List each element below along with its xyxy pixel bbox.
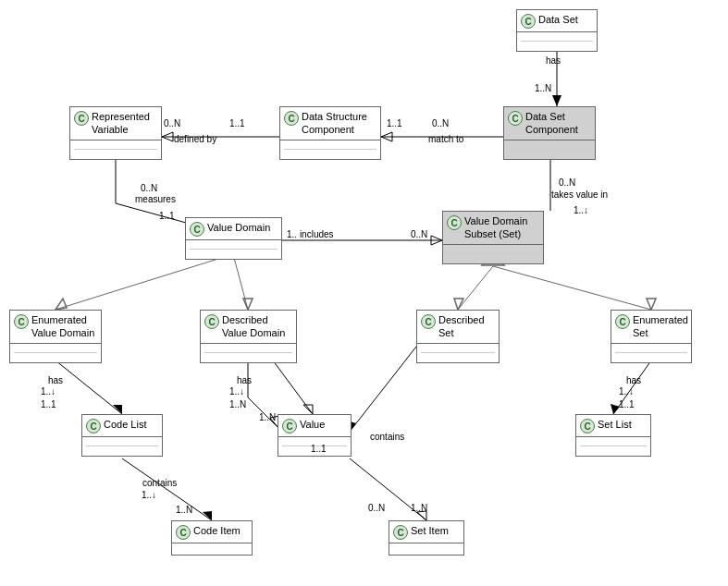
label-1n-setitem: 1..N [411, 503, 427, 513]
setlist-header: C Set List [576, 415, 650, 437]
label-1down-takesvalue: 1..↓ [574, 205, 588, 215]
label-0n-includes: 0..N [411, 229, 427, 239]
describedset-label: DescribedSet [438, 313, 485, 340]
svg-marker-6 [381, 132, 392, 141]
describedvaluedomain-circle: C [204, 314, 219, 329]
dataset-circle: C [521, 14, 536, 29]
label-contains-code: contains [142, 478, 177, 488]
codeitem-label: Code Item [193, 524, 241, 537]
setlist-label: Set List [598, 418, 632, 431]
codelist-header: C Code List [82, 415, 162, 437]
codeitem-body [172, 543, 252, 555]
svg-line-14 [233, 254, 248, 310]
enumeratedvaluedomain-circle: C [14, 314, 29, 329]
svg-line-18 [493, 266, 651, 310]
svg-marker-21 [113, 405, 122, 414]
describedset-header: C DescribedSet [417, 311, 499, 344]
valuedomainsubset-circle: C [447, 215, 462, 230]
enumeratedset-body [611, 344, 691, 362]
valuedomainsubset-box[interactable]: C Value DomainSubset (Set) [442, 211, 544, 264]
label-has-evd: has [48, 375, 63, 385]
describedvaluedomain-body [201, 344, 296, 362]
representedvariable-box[interactable]: C RepresentedVariable [69, 106, 162, 160]
enumeratedvaluedomain-label: EnumeratedValue Domain [31, 313, 94, 340]
codelist-label: Code List [104, 418, 146, 431]
enumeratedvaluedomain-header: C EnumeratedValue Domain [10, 311, 101, 344]
enumeratedset-box[interactable]: C EnumeratedSet [611, 310, 692, 363]
codeitem-box[interactable]: C Code Item [171, 520, 253, 555]
svg-marker-15 [243, 299, 253, 310]
representedvariable-header: C RepresentedVariable [70, 107, 161, 140]
label-11-repvar: 1..1 [229, 118, 245, 128]
label-11-value: 1..1 [311, 444, 327, 454]
valuedomainsubset-body [443, 245, 543, 263]
label-0n-dsc: 0..N [432, 118, 449, 128]
datasetcomponent-label: Data SetComponent [525, 110, 578, 137]
valuedomain-header: C Value Domain [186, 218, 281, 240]
svg-marker-1 [552, 95, 561, 106]
svg-marker-11 [431, 236, 442, 245]
describedvaluedomain-box[interactable]: C DescribedValue Domain [200, 310, 297, 363]
label-11-codeitem: 1..↓ [142, 490, 156, 500]
label-has-dataset: has [546, 55, 561, 66]
dataset-header: C Data Set [517, 10, 597, 32]
svg-line-12 [56, 254, 233, 310]
codelist-body [82, 437, 162, 456]
datasetcomponent-box[interactable]: C Data SetComponent [503, 106, 596, 160]
enumeratedset-circle: C [615, 314, 630, 329]
describedset-body [417, 344, 499, 362]
dataset-body [517, 32, 597, 51]
label-0n-setitem: 0..N [368, 503, 385, 513]
label-1n-dvd-bot: 1..N [229, 399, 246, 409]
describedset-circle: C [421, 314, 436, 329]
label-11-measures: 1..1 [159, 211, 175, 221]
representedvariable-body [70, 140, 161, 159]
label-11-evd: 1..↓ [41, 386, 56, 397]
dataset-box[interactable]: C Data Set [516, 9, 598, 52]
label-1n-dvd-right: 1..N [259, 412, 276, 422]
label-0n-takesvalue: 0..N [559, 177, 575, 188]
setitem-box[interactable]: C Set Item [389, 520, 464, 555]
datastructurecomponent-header: C Data StructureComponent [280, 107, 380, 140]
label-1n-evd-bot: 1..1 [41, 399, 56, 409]
valuedomain-box[interactable]: C Value Domain [185, 217, 282, 260]
label-matchto: match to [428, 134, 463, 144]
label-includes: 1.. includes [287, 229, 334, 239]
label-11-dsc: 1..1 [387, 118, 402, 128]
label-has-es: has [626, 375, 641, 385]
valuedomainsubset-label: Value DomainSubset (Set) [464, 214, 527, 241]
setitem-label: Set Item [411, 524, 449, 537]
svg-line-27 [350, 347, 416, 432]
svg-marker-3 [162, 132, 173, 141]
setitem-circle: C [393, 525, 408, 540]
enumeratedvaluedomain-box[interactable]: C EnumeratedValue Domain [9, 310, 102, 363]
diagram-container: C Data Set C Data SetComponent C Represe… [0, 0, 728, 586]
codeitem-header: C Code Item [172, 521, 252, 543]
label-0n-repvar: 0..N [164, 118, 180, 128]
codelist-box[interactable]: C Code List [81, 414, 163, 457]
svg-line-29 [122, 458, 212, 520]
setlist-box[interactable]: C Set List [575, 414, 651, 457]
codelist-circle: C [86, 419, 101, 433]
valuedomain-circle: C [190, 222, 204, 237]
connectors-svg [0, 0, 728, 586]
svg-marker-13 [56, 299, 67, 310]
svg-marker-19 [647, 299, 656, 310]
label-11-es: 1..↓ [619, 386, 634, 397]
datastructurecomponent-box[interactable]: C Data StructureComponent [279, 106, 381, 160]
setitem-header: C Set Item [389, 521, 463, 543]
representedvariable-label: RepresentedVariable [92, 110, 150, 137]
label-0n-measures: 0..N [141, 183, 157, 193]
valuedomainsubset-header: C Value DomainSubset (Set) [443, 212, 543, 245]
setitem-body [389, 543, 463, 555]
svg-line-20 [56, 360, 122, 414]
value-label: Value [300, 418, 325, 431]
datasetcomponent-circle: C [508, 111, 523, 126]
datastructurecomponent-body [280, 140, 380, 159]
value-circle: C [282, 419, 297, 433]
describedvaluedomain-header: C DescribedValue Domain [201, 311, 296, 344]
dataset-label: Data Set [538, 13, 578, 26]
svg-marker-30 [203, 511, 212, 520]
describedset-box[interactable]: C DescribedSet [416, 310, 500, 363]
label-1n-dataset: 1..N [535, 83, 551, 93]
